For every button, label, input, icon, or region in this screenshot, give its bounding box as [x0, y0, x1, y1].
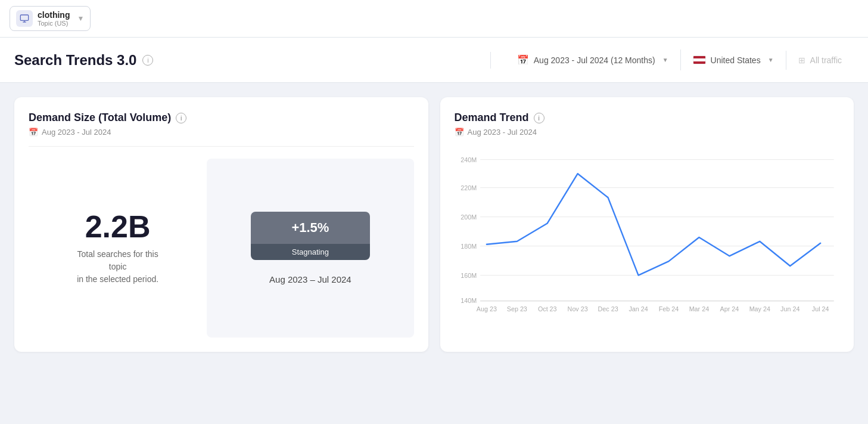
- demand-trend-date: 📅 Aug 2023 - Jul 2024: [455, 128, 840, 137]
- demand-trend-title-text: Demand Trend: [455, 112, 529, 124]
- trend-date-label: Aug 2023 – Jul 2024: [269, 274, 351, 284]
- demand-trend-chart: 240M 220M 200M 180M 160M 140M Aug 23 Sep…: [455, 146, 840, 325]
- chevron-down-icon: ▼: [768, 57, 774, 63]
- info-symbol: i: [147, 57, 148, 64]
- card-divider: [29, 146, 414, 147]
- date-range-label: Aug 2023 - Jul 2024 (12 Months): [534, 55, 655, 65]
- country-label: United States: [711, 55, 761, 65]
- demand-number: 2.2B: [85, 211, 151, 242]
- svg-text:180M: 180M: [461, 243, 477, 250]
- calendar-icon: 📅: [29, 128, 38, 137]
- svg-text:Jan 24: Jan 24: [629, 305, 648, 312]
- svg-text:Apr 24: Apr 24: [720, 305, 739, 312]
- svg-text:Nov 23: Nov 23: [567, 305, 587, 312]
- demand-size-body: 2.2B Total searches for this topic in th…: [29, 159, 414, 338]
- svg-text:160M: 160M: [461, 272, 477, 279]
- demand-size-left: 2.2B Total searches for this topic in th…: [29, 159, 207, 338]
- traffic-label: All traffic: [810, 55, 842, 65]
- demand-trend-card: Demand Trend i 📅 Aug 2023 - Jul 2024 240…: [440, 97, 854, 352]
- svg-text:Dec 23: Dec 23: [598, 305, 618, 312]
- demand-size-card: Demand Size (Total Volume) i 📅 Aug 2023 …: [14, 97, 428, 352]
- topic-chip[interactable]: clothing Topic (US) ▼: [10, 6, 91, 31]
- svg-text:220M: 220M: [461, 184, 477, 191]
- demand-trend-date-text: Aug 2023 - Jul 2024: [468, 128, 537, 137]
- svg-text:Oct 23: Oct 23: [537, 305, 556, 312]
- svg-text:240M: 240M: [461, 156, 477, 163]
- demand-size-title: Demand Size (Total Volume) i: [29, 112, 414, 124]
- svg-text:Mar 24: Mar 24: [689, 305, 709, 312]
- chevron-down-icon: ▼: [662, 57, 668, 63]
- svg-text:Jun 24: Jun 24: [780, 305, 799, 312]
- calendar-icon: 📅: [455, 128, 464, 137]
- label-line2: topic: [109, 262, 127, 271]
- header-controls: 📅 Aug 2023 - Jul 2024 (12 Months) ▼ Unit…: [491, 49, 854, 70]
- demand-size-date-text: Aug 2023 - Jul 2024: [42, 128, 111, 137]
- topic-chip-icon: [16, 10, 33, 27]
- label-line3: in the selected period.: [77, 274, 158, 284]
- info-icon[interactable]: i: [142, 55, 153, 66]
- us-flag-icon: [693, 55, 706, 64]
- svg-rect-0: [20, 15, 28, 20]
- trend-percentage-badge: +1.5%: [251, 212, 370, 244]
- svg-text:200M: 200M: [461, 213, 477, 221]
- page-title: Search Trends 3.0: [14, 52, 136, 69]
- svg-text:Aug 23: Aug 23: [476, 305, 496, 312]
- traffic-control[interactable]: ⊞ All traffic: [786, 51, 854, 70]
- traffic-icon: ⊞: [798, 55, 805, 65]
- svg-text:Sep 23: Sep 23: [506, 305, 527, 312]
- demand-size-title-text: Demand Size (Total Volume): [29, 112, 171, 124]
- calendar-icon: 📅: [517, 54, 529, 66]
- label-line1: Total searches for this: [77, 249, 158, 259]
- demand-size-label: Total searches for this topic in the sel…: [77, 248, 158, 286]
- chevron-down-icon: ▼: [77, 14, 84, 23]
- demand-size-right: +1.5% Stagnating Aug 2023 – Jul 2024: [207, 159, 413, 338]
- topic-chip-text: clothing Topic (US): [38, 10, 70, 27]
- svg-text:Feb 24: Feb 24: [658, 305, 679, 312]
- svg-text:140M: 140M: [461, 297, 477, 304]
- main-content: Demand Size (Total Volume) i 📅 Aug 2023 …: [0, 83, 868, 366]
- demand-size-info-icon[interactable]: i: [176, 113, 186, 123]
- top-bar: clothing Topic (US) ▼: [0, 0, 868, 38]
- topic-name: clothing: [38, 10, 70, 20]
- svg-text:May 24: May 24: [749, 305, 770, 312]
- trend-status-label: Stagnating: [251, 244, 370, 260]
- date-range-control[interactable]: 📅 Aug 2023 - Jul 2024 (12 Months) ▼: [505, 49, 681, 70]
- country-control[interactable]: United States ▼: [681, 51, 786, 70]
- demand-trend-info-icon[interactable]: i: [534, 113, 545, 123]
- demand-size-date: 📅 Aug 2023 - Jul 2024: [29, 128, 414, 137]
- trend-polyline: [486, 174, 820, 275]
- chart-svg: 240M 220M 200M 180M 160M 140M Aug 23 Sep…: [455, 146, 840, 325]
- topic-sub: Topic (US): [38, 20, 70, 27]
- header-bar: Search Trends 3.0 i 📅 Aug 2023 - Jul 202…: [0, 38, 868, 83]
- header-title-section: Search Trends 3.0 i: [14, 52, 491, 69]
- svg-text:Jul 24: Jul 24: [811, 305, 829, 312]
- demand-trend-title: Demand Trend i: [455, 112, 840, 124]
